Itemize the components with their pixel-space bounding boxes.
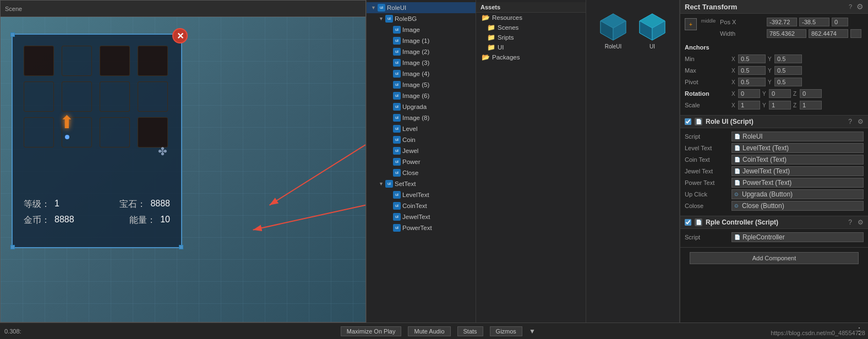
close-button[interactable]: ✕	[172, 28, 188, 43]
hierarchy-list: ▼uiRoleUI▼uiRoleBGuiImageuiImage (1)uiIm…	[367, 2, 476, 233]
pos-x-input[interactable]	[767, 18, 797, 26]
jewel-text-field[interactable]: 📄 JewelText (Text)	[731, 166, 864, 176]
resize-handle-br[interactable]	[179, 245, 183, 249]
hier-label-9: Upgrada	[402, 103, 427, 110]
ui-label: UI	[649, 43, 655, 50]
max-y-input[interactable]	[774, 66, 802, 75]
assets-item-1[interactable]: 📁Scenes	[476, 23, 586, 32]
width-input[interactable]	[767, 29, 806, 38]
rple-controller-checkbox[interactable]	[685, 219, 691, 226]
min-y-input[interactable]	[774, 54, 802, 63]
hierarchy-item-9[interactable]: uiUpgrada	[367, 101, 476, 112]
scene-canvas[interactable]: ✕	[1, 17, 365, 322]
role-ui-checkbox[interactable]	[685, 118, 691, 125]
stretch-handle[interactable]	[850, 29, 861, 38]
role-ui-settings[interactable]: ⚙	[858, 118, 864, 125]
assets-item-2[interactable]: 📁Sripts	[476, 32, 586, 42]
hierarchy-item-16[interactable]: ▼uiSetText	[367, 178, 476, 189]
hierarchy-item-6[interactable]: uiImage (4)	[367, 68, 476, 79]
icons-area: RoleUI UI	[586, 0, 680, 322]
assets-item-4[interactable]: 📂Packages	[476, 52, 586, 62]
hierarchy-item-13[interactable]: uiJewel	[367, 145, 476, 156]
script-field[interactable]: 📄 RoleUI	[731, 132, 864, 141]
gizmos-dropdown-icon[interactable]: ▼	[529, 327, 536, 335]
jewel-label: 宝石：	[119, 199, 146, 210]
help-icon[interactable]: ?	[849, 3, 852, 10]
assets-item-0[interactable]: 📂Resources	[476, 13, 586, 23]
scene-toolbar: Scene	[1, 1, 365, 17]
hierarchy-item-1[interactable]: ▼uiRoleBG	[367, 13, 476, 24]
max-x-input[interactable]	[738, 66, 766, 75]
hierarchy-item-5[interactable]: uiImage (3)	[367, 57, 476, 68]
hierarchy-item-3[interactable]: uiImage (1)	[367, 35, 476, 46]
hierarchy-item-7[interactable]: uiImage (5)	[367, 79, 476, 90]
up-click-field[interactable]: ⊙ Upgrada (Button)	[731, 189, 864, 199]
folder-icon-4: 📂	[482, 53, 490, 61]
move-handle[interactable]: ✤	[158, 145, 167, 158]
add-component-button[interactable]: Add Component	[690, 252, 859, 264]
max-y-group: Y	[768, 66, 802, 75]
min-row: Min X Y	[685, 54, 864, 64]
rot-y-input[interactable]	[769, 89, 791, 98]
height-input[interactable]	[809, 29, 848, 38]
pos-y-input[interactable]	[799, 18, 829, 26]
anchor-preview[interactable]: +	[685, 18, 697, 30]
scale-z-input[interactable]	[800, 101, 822, 110]
role-ui-help[interactable]: ?	[848, 118, 852, 125]
coin-text-value: CoinText (Text)	[743, 156, 787, 163]
hierarchy-item-12[interactable]: uiCoin	[367, 134, 476, 145]
resize-handle-tl[interactable]	[10, 32, 15, 37]
hier-icon-6: ui	[393, 70, 401, 78]
rple-help[interactable]: ?	[848, 218, 852, 226]
power-text-field[interactable]: 📄 PowerText (Text)	[731, 178, 864, 188]
hierarchy-item-17[interactable]: uiLevelText	[367, 189, 476, 200]
hier-label-12: Coin	[402, 136, 416, 143]
scale-y-input[interactable]	[769, 101, 791, 110]
rple-controller-header[interactable]: 📄 Rple Controller (Script) ? ⚙	[680, 216, 868, 229]
hierarchy-item-0[interactable]: ▼uiRoleUI	[367, 2, 476, 13]
pivot-x-input[interactable]	[738, 78, 766, 86]
rot-x-input[interactable]	[738, 89, 760, 98]
hierarchy-item-4[interactable]: uiImage (2)	[367, 46, 476, 57]
hierarchy-item-8[interactable]: uiImage (6)	[367, 90, 476, 101]
watermark: https://blog.csdn.net/m0_48554728	[771, 330, 865, 336]
max-row: Max X Y	[685, 65, 864, 75]
mute-audio-button[interactable]: Mute Audio	[408, 326, 450, 336]
scene-bottom-bar: 0.308:	[1, 322, 365, 322]
hierarchy-item-11[interactable]: uiLevel	[367, 123, 476, 134]
colose-field[interactable]: ⊙ Close (Button)	[731, 201, 864, 211]
script-component-icon: 📄	[695, 118, 702, 125]
resize-handle-bl[interactable]	[10, 245, 15, 249]
level-text-value: LevelText (Text)	[743, 144, 789, 152]
y-prefix: Y	[768, 56, 773, 62]
hierarchy-item-15[interactable]: uiClose	[367, 167, 476, 178]
folder-icon-0: 📂	[482, 14, 490, 21]
pos-z-input[interactable]	[832, 18, 848, 26]
min-x-input[interactable]	[738, 54, 766, 63]
hierarchy-item-18[interactable]: uiCoinText	[367, 200, 476, 211]
scale-x-input[interactable]	[738, 101, 760, 110]
rple-settings[interactable]: ⚙	[858, 218, 864, 226]
maximize-on-play-button[interactable]: Maximize On Play	[341, 326, 402, 336]
layout-row: + middle Pos X Wi	[685, 17, 864, 40]
hierarchy-item-10[interactable]: uiImage (8)	[367, 112, 476, 123]
assets-item-3[interactable]: 📁UI	[476, 42, 586, 52]
hierarchy-item-14[interactable]: uiPower	[367, 156, 476, 167]
min-inputs: X Y	[731, 54, 802, 63]
gizmos-button[interactable]: Gizmos	[490, 326, 522, 336]
level-stat: 等级： 1	[24, 199, 59, 210]
hierarchy-item-19[interactable]: uiJewelText	[367, 211, 476, 222]
rot-z-input[interactable]	[800, 89, 822, 98]
pivot-y-input[interactable]	[774, 78, 802, 86]
settings-icon[interactable]: ⚙	[856, 2, 864, 11]
hierarchy-item-20[interactable]: uiPowerText	[367, 222, 476, 233]
role-ui-component-header[interactable]: 📄 Role UI (Script) ? ⚙	[680, 116, 868, 128]
stats-button[interactable]: Stats	[457, 326, 483, 336]
rple-script-field[interactable]: 📄 RpleController	[731, 232, 864, 242]
level-text-field[interactable]: 📄 LevelText (Text)	[731, 143, 864, 153]
pos-x-label: Pos X	[720, 19, 767, 25]
hierarchy-item-2[interactable]: uiImage	[367, 24, 476, 35]
role-ui-section: Script 📄 RoleUI Level Text 📄 LevelText (…	[680, 128, 868, 216]
coin-label: 金币：	[24, 215, 50, 226]
coin-text-field[interactable]: 📄 CoinText (Text)	[731, 155, 864, 165]
